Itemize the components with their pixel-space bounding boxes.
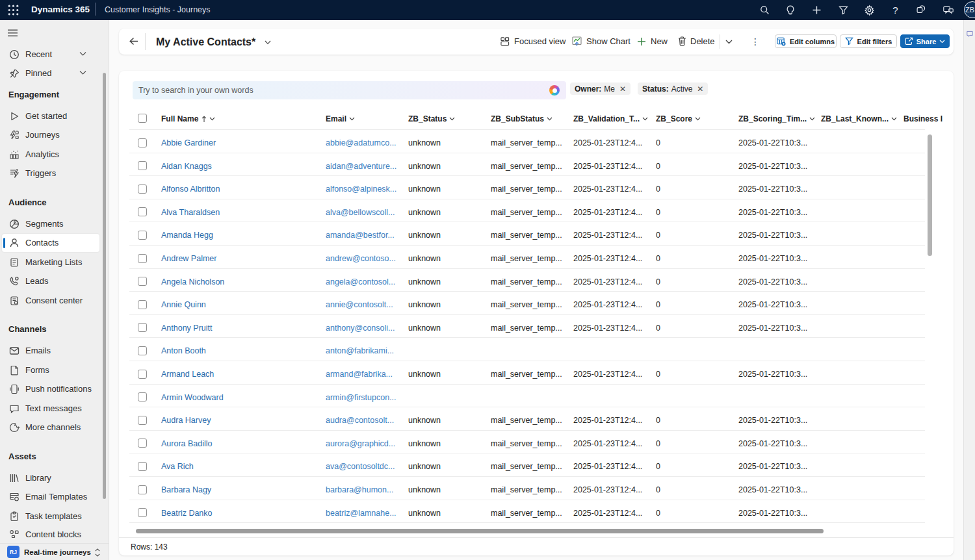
svg-text:?: ? [892,5,898,16]
